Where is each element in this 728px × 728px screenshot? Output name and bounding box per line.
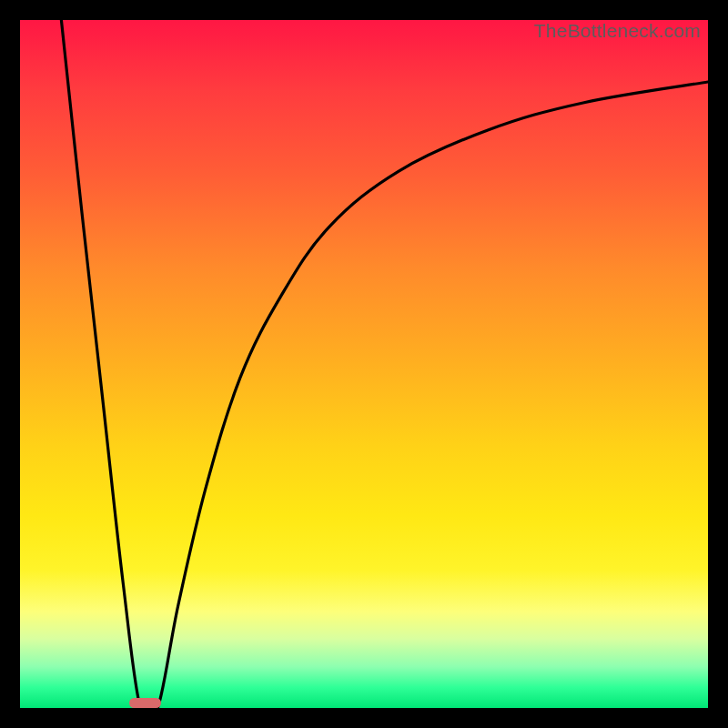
watermark-text: TheBottleneck.com [534,20,701,42]
bottleneck-curve [20,20,708,708]
chart-frame: TheBottleneck.com [0,0,728,728]
plot-area: TheBottleneck.com [20,20,708,708]
optimal-marker [129,698,162,708]
